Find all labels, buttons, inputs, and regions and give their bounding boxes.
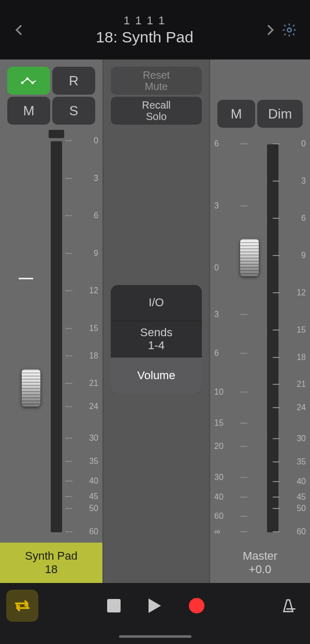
metronome-icon	[281, 598, 296, 613]
clip-indicator[interactable]	[49, 130, 64, 138]
track-button-grid: R M S	[0, 59, 102, 130]
recall-solo-button[interactable]: Recall Solo	[111, 97, 202, 125]
transport-bar	[0, 583, 310, 628]
reset-mute-button[interactable]: Reset Mute	[111, 67, 202, 95]
solo-button[interactable]: S	[52, 97, 95, 125]
chevron-right-icon	[263, 25, 274, 35]
stop-button[interactable]	[107, 599, 121, 612]
view-selector: I/O Sends 1-4 Volume	[111, 285, 202, 394]
chevron-left-icon	[16, 25, 26, 35]
play-button[interactable]	[149, 598, 161, 613]
mute-button[interactable]: M	[7, 97, 50, 125]
master-strip: M Dim 63036101520304060∞ 036912151821243…	[209, 59, 310, 583]
metronome-button[interactable]	[273, 598, 304, 613]
track-label[interactable]: Synth Pad 18	[0, 543, 102, 583]
transport-controls	[43, 598, 268, 613]
master-fader-area: 63036101520304060∞ 036912151821243035404…	[210, 133, 310, 543]
master-mute-button[interactable]: M	[217, 100, 255, 128]
master-button-grid: M Dim	[210, 59, 310, 133]
automation-icon	[21, 76, 37, 86]
settings-button[interactable]	[279, 22, 300, 38]
master-label-name: Master	[243, 549, 277, 563]
view-option-sends[interactable]: Sends 1-4	[111, 321, 202, 357]
track-db-scale: 03691215182124303540455060	[73, 141, 98, 532]
record-button[interactable]	[189, 598, 204, 613]
master-label-value: +0.0	[249, 563, 271, 576]
unity-gain-mark	[19, 278, 33, 279]
master-level-meter	[267, 144, 278, 532]
track-title: 18: Synth Pad	[31, 28, 258, 46]
cycle-button[interactable]	[6, 590, 38, 622]
view-option-volume[interactable]: Volume	[111, 357, 202, 394]
gear-icon	[282, 22, 297, 38]
track-fader-cap[interactable]	[22, 369, 40, 407]
track-label-name: Synth Pad	[25, 549, 78, 563]
master-output-scale: 03691215182124303540455060	[281, 144, 306, 532]
svg-point-2	[26, 78, 28, 80]
track-strip: R M S 03691215182124303540455060 Synth P…	[0, 59, 104, 583]
track-label-number: 18	[45, 563, 57, 576]
svg-point-3	[31, 82, 34, 84]
track-display[interactable]: 1 1 1 1 18: Synth Pad	[31, 14, 258, 46]
automation-button[interactable]	[7, 67, 50, 95]
mixer-main: R M S 03691215182124303540455060 Synth P…	[0, 59, 310, 583]
position-counter: 1 1 1 1	[31, 14, 258, 27]
master-label: Master +0.0	[210, 543, 310, 583]
track-fader-area: 03691215182124303540455060	[0, 130, 102, 543]
recall-solo-row: Recall Solo	[104, 97, 209, 130]
master-input-scale: 63036101520304060∞	[214, 144, 239, 532]
next-track-button[interactable]	[258, 26, 279, 34]
level-meter	[51, 141, 62, 532]
cycle-icon	[13, 598, 31, 613]
header-bar: 1 1 1 1 18: Synth Pad	[0, 0, 310, 59]
dim-button[interactable]: Dim	[257, 100, 303, 128]
center-column: Reset Mute Recall Solo I/O Sends 1-4 Vol…	[104, 59, 209, 583]
master-fader-cap[interactable]	[240, 239, 259, 276]
reset-mute-row: Reset Mute	[104, 59, 209, 97]
home-indicator	[0, 628, 310, 644]
svg-point-0	[287, 28, 291, 32]
prev-track-button[interactable]	[10, 26, 31, 34]
view-option-io[interactable]: I/O	[111, 285, 202, 321]
read-automation-button[interactable]: R	[52, 67, 95, 95]
